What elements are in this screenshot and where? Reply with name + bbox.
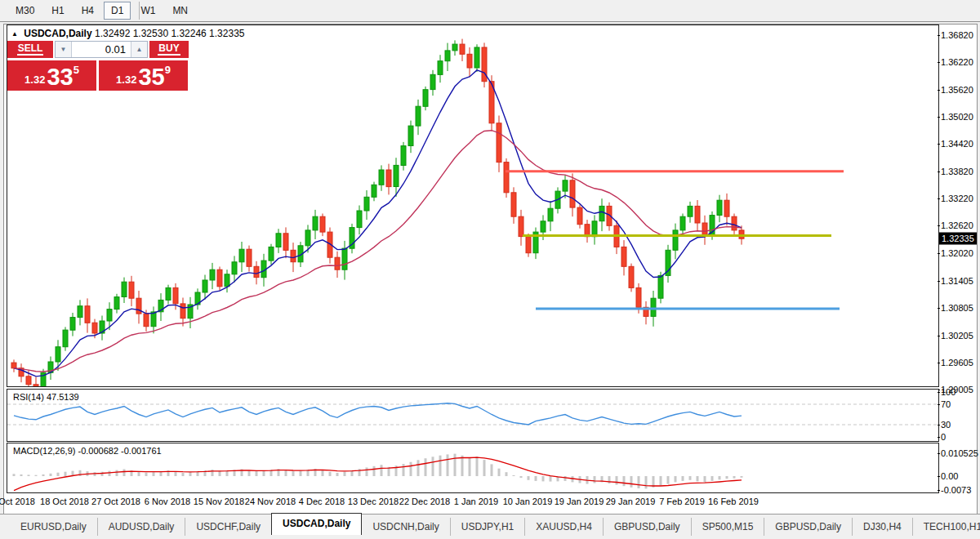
price-tick-label: 1.31405	[941, 276, 973, 286]
timeframe-button-mn[interactable]: MN	[165, 2, 195, 20]
chart-tab-sp500[interactable]: SP500,M15	[691, 518, 764, 536]
chart-title: ▲ USDCAD,Daily 1.32492 1.32530 1.32246 1…	[11, 28, 244, 39]
date-tick-label: 19 Jan 2019	[555, 497, 604, 506]
chart-tab-usdjpy[interactable]: USDJPY,H1	[450, 518, 524, 536]
date-tick-label: 7 Feb 2019	[659, 497, 705, 506]
chart-tab-bar: EURUSD,DailyAUDUSD,DailyUSDCHF,DailyUSDC…	[0, 514, 980, 538]
price-tick-label: 1.35620	[941, 85, 973, 95]
timeframe-toolbar: M30H1H4D1W1MN	[0, 0, 980, 22]
price-tick-label: 1.30205	[941, 331, 973, 341]
chart-tab-dj30[interactable]: DJ30,H4	[852, 518, 912, 536]
timeframe-buttons: M30H1H4D1W1MN	[8, 2, 198, 20]
date-tick-label: 22 Dec 2018	[399, 497, 450, 506]
date-tick-label: 27 Oct 2018	[91, 497, 140, 506]
date-tick-label: 13 Dec 2018	[348, 497, 399, 506]
date-tick-label: 16 Feb 2019	[708, 497, 759, 506]
chart-ohlc-values: 1.32492 1.32530 1.32246 1.32335	[95, 28, 245, 39]
one-click-trading-panel: SELL ▼ 0.01 ▲ BUY 1.32 33 5 1.32 35 9	[7, 41, 189, 91]
volume-value[interactable]: 0.01	[72, 42, 131, 57]
price-tick-label: 1.30805	[941, 303, 973, 313]
price-tick-label: 1.33820	[941, 167, 973, 176]
sell-price-display[interactable]: 1.32 33 5	[7, 60, 96, 91]
rsi-chart[interactable]	[7, 390, 938, 441]
volume-stepper: ▼ 0.01 ▲	[55, 41, 148, 58]
price-tick-label: 1.29605	[941, 358, 973, 368]
current-price-badge: 1.32335	[939, 233, 977, 245]
price-tick-label: 1.36820	[941, 30, 973, 40]
chart-tabs: EURUSD,DailyAUDUSD,DailyUSDCHF,DailyUSDC…	[10, 517, 980, 536]
date-tick-label: 4 Dec 2018	[299, 497, 345, 506]
chart-tab-usdcad[interactable]: USDCAD,Daily	[271, 513, 362, 535]
chart-tab-gbpusd[interactable]: GBPUSD,Daily	[764, 518, 852, 536]
price-tick-label: 1.33220	[941, 194, 973, 203]
price-tick-label: 1.34420	[941, 139, 973, 149]
chart-symbol: USDCAD,Daily	[24, 28, 91, 39]
collapse-triangle-icon[interactable]: ▲	[11, 30, 18, 38]
macd-tick-label: -0.0073	[941, 485, 971, 495]
rsi-indicator-panel[interactable]: RSI(14) 47.5139	[7, 389, 939, 442]
macd-tick-label: 0.00	[941, 471, 958, 481]
toolbar-separator	[139, 2, 140, 20]
date-tick-label: 18 Oct 2018	[40, 497, 89, 506]
rsi-tick-label: 30	[941, 420, 951, 430]
timeframe-button-h4[interactable]: H4	[74, 2, 101, 20]
macd-label: MACD(12,26,9) -0.000682 -0.001761	[13, 446, 162, 456]
chart-tab-tech100[interactable]: TECH100,H1	[912, 518, 980, 536]
macd-indicator-panel[interactable]: MACD(12,26,9) -0.000682 -0.001761	[7, 443, 939, 493]
price-tick-label: 1.36220	[941, 57, 973, 67]
macd-tick-label: 0.010525	[941, 448, 978, 458]
chart-tab-usdchf[interactable]: USDCHF,Daily	[185, 518, 271, 536]
date-tick-label: 15 Nov 2018	[194, 497, 244, 506]
chart-tab-usdcnh[interactable]: USDCNH,Daily	[362, 518, 449, 536]
date-tick-label: 9 Oct 2018	[0, 497, 35, 506]
timeframe-button-w1[interactable]: W1	[133, 2, 163, 20]
chart-tab-audusd[interactable]: AUDUSD,Daily	[97, 518, 185, 536]
date-tick-label: 6 Nov 2018	[145, 497, 190, 506]
price-tick-label: 1.32620	[941, 220, 973, 230]
date-tick-label: 29 Jan 2019	[606, 497, 656, 506]
rsi-label: RSI(14) 47.5139	[13, 392, 79, 402]
chart-tab-xauusd[interactable]: XAUUSD,H4	[524, 518, 603, 536]
date-tick-label: 10 Jan 2019	[503, 497, 553, 506]
timeframe-button-d1[interactable]: D1	[104, 2, 131, 20]
timeframe-button-h1[interactable]: H1	[44, 2, 71, 20]
rsi-tick-label: 0	[941, 432, 946, 442]
buy-price-display[interactable]: 1.32 35 9	[99, 60, 188, 91]
volume-decrease-icon[interactable]: ▼	[56, 42, 72, 57]
sell-button[interactable]: SELL	[7, 41, 53, 58]
date-tick-label: 24 Nov 2018	[245, 497, 296, 506]
price-tick-label: 1.35020	[941, 112, 973, 122]
volume-increase-icon[interactable]: ▲	[131, 42, 147, 57]
chart-tab-gbpusd[interactable]: GBPUSD,Daily	[603, 518, 691, 536]
date-tick-label: 1 Jan 2019	[454, 497, 498, 506]
rsi-tick-label: 100	[941, 387, 956, 397]
rsi-tick-label: 70	[941, 399, 951, 409]
timeframe-button-m30[interactable]: M30	[8, 2, 42, 20]
chart-window: ▲ USDCAD,Daily 1.32492 1.32530 1.32246 1…	[3, 24, 978, 514]
buy-button[interactable]: BUY	[149, 41, 189, 58]
chart-tab-eurusd[interactable]: EURUSD,Daily	[10, 518, 97, 536]
price-tick-label: 1.32020	[941, 248, 973, 258]
